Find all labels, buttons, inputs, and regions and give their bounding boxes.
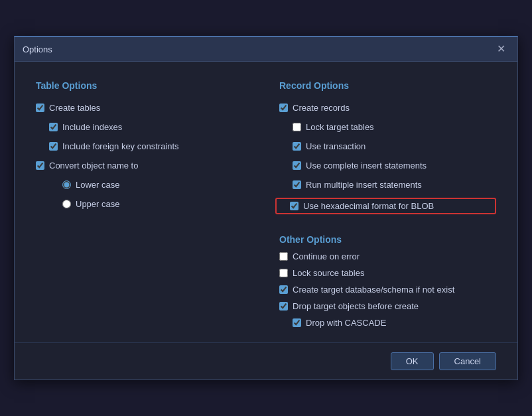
lower-case-row: Lower case xyxy=(36,178,253,191)
lock-target-checkbox[interactable] xyxy=(293,123,301,131)
lock-target-row: Lock target tables xyxy=(279,121,496,133)
convert-object-label[interactable]: Convert object name to xyxy=(49,161,138,171)
run-multiple-insert-checkbox[interactable] xyxy=(293,180,301,189)
drop-cascade-label[interactable]: Drop with CASCADE xyxy=(306,318,386,328)
create-records-label[interactable]: Create records xyxy=(293,103,350,113)
upper-case-radio[interactable] xyxy=(62,200,71,208)
dialog-content: Table Options Create tables Include inde… xyxy=(15,62,517,342)
titlebar: Options ✕ xyxy=(15,37,517,62)
use-transaction-label[interactable]: Use transaction xyxy=(306,141,366,151)
drop-cascade-row: Drop with CASCADE xyxy=(279,316,496,329)
create-records-checkbox[interactable] xyxy=(279,104,288,112)
upper-case-label[interactable]: Upper case xyxy=(76,199,119,209)
drop-target-label[interactable]: Drop target objects before create xyxy=(293,301,419,311)
drop-target-checkbox[interactable] xyxy=(279,302,288,311)
drop-cascade-checkbox[interactable] xyxy=(293,318,301,327)
use-complete-insert-row: Use complete insert statements xyxy=(279,159,496,172)
include-indexes-label[interactable]: Include indexes xyxy=(62,122,122,132)
create-tables-row: Create tables xyxy=(36,102,253,114)
window-title: Options xyxy=(23,44,52,54)
lock-source-checkbox[interactable] xyxy=(279,269,288,277)
lower-case-radio[interactable] xyxy=(62,180,71,189)
lock-source-row: Lock source tables xyxy=(279,267,496,279)
lower-case-label[interactable]: Lower case xyxy=(76,180,119,190)
table-options-title: Table Options xyxy=(36,80,253,91)
upper-case-row: Upper case xyxy=(36,198,253,210)
use-transaction-row: Use transaction xyxy=(279,140,496,153)
use-transaction-checkbox[interactable] xyxy=(293,142,301,151)
other-options-rows: Continue on error Lock source tables Cre… xyxy=(279,250,496,329)
create-tables-checkbox[interactable] xyxy=(36,104,44,112)
ok-button[interactable]: OK xyxy=(391,352,434,370)
continue-on-error-checkbox[interactable] xyxy=(279,252,288,261)
convert-object-checkbox[interactable] xyxy=(36,161,44,170)
lock-source-label[interactable]: Lock source tables xyxy=(293,268,364,278)
options-dialog: Options ✕ Table Options Create tables In… xyxy=(14,36,518,380)
include-indexes-checkbox[interactable] xyxy=(49,123,58,131)
use-hex-blob-checkbox[interactable] xyxy=(290,202,299,210)
run-multiple-insert-row: Run multiple insert statements xyxy=(279,178,496,191)
include-indexes-row: Include indexes xyxy=(36,121,253,133)
drop-target-row: Drop target objects before create xyxy=(279,300,496,312)
create-records-row: Create records xyxy=(279,102,496,114)
other-options-section: Other Options Continue on error Lock sou… xyxy=(279,234,496,329)
create-target-db-label[interactable]: Create target database/schema if not exi… xyxy=(293,285,454,295)
cancel-button[interactable]: Cancel xyxy=(439,352,496,370)
include-foreign-key-row: Include foreign key constraints xyxy=(36,140,253,153)
create-target-db-row: Create target database/schema if not exi… xyxy=(279,283,496,296)
other-options-title: Other Options xyxy=(279,234,496,245)
use-complete-insert-label[interactable]: Use complete insert statements xyxy=(306,161,427,171)
include-foreign-key-label[interactable]: Include foreign key constraints xyxy=(62,141,179,151)
run-multiple-insert-label[interactable]: Run multiple insert statements xyxy=(306,180,422,190)
close-button[interactable]: ✕ xyxy=(493,42,509,56)
dialog-footer: OK Cancel xyxy=(15,342,517,380)
convert-object-row: Convert object name to xyxy=(36,159,253,172)
record-options-title: Record Options xyxy=(279,80,496,91)
create-tables-label[interactable]: Create tables xyxy=(49,103,100,113)
continue-on-error-row: Continue on error xyxy=(279,250,496,263)
use-hex-blob-label[interactable]: Use hexadecimal format for BLOB xyxy=(303,201,434,211)
use-complete-insert-checkbox[interactable] xyxy=(293,161,301,170)
create-target-db-checkbox[interactable] xyxy=(279,285,288,294)
use-hex-blob-row: Use hexadecimal format for BLOB xyxy=(275,198,496,214)
table-options-column: Table Options Create tables Include inde… xyxy=(36,80,253,329)
lock-target-label[interactable]: Lock target tables xyxy=(306,122,374,132)
continue-on-error-label[interactable]: Continue on error xyxy=(293,251,360,261)
right-column: Record Options Create records Lock targe… xyxy=(279,80,496,329)
include-foreign-key-checkbox[interactable] xyxy=(49,142,58,151)
